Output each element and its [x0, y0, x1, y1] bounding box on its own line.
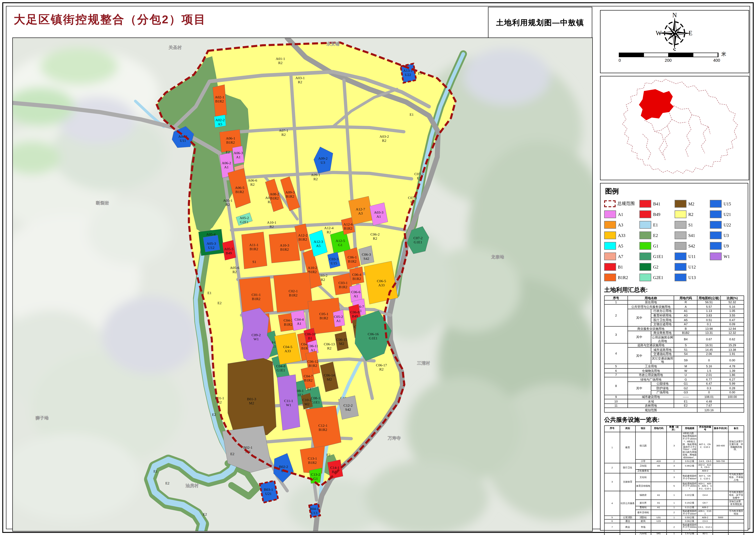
- table-cell: 2: [666, 523, 682, 532]
- legend-swatch: [639, 252, 651, 260]
- table-row: 7市政公用设施用地U2.011.86: [604, 373, 744, 377]
- legend-item-U21: U21: [710, 209, 744, 219]
- compass-s: S: [673, 47, 676, 51]
- table-cell: 1: [666, 500, 682, 506]
- parcel-B04-1[interactable]: B04-1U13: [309, 504, 320, 517]
- table-cell: 0.15公顷: [682, 500, 697, 506]
- legend-label: 总规范围: [617, 201, 635, 207]
- table-cell: A06-2: [697, 506, 713, 510]
- parcel-A13-1[interactable]: A13-1U22: [401, 64, 416, 83]
- facilities-header: 备注: [728, 426, 744, 432]
- legend-label: G1E1: [653, 254, 663, 259]
- table-cell: 1: [666, 516, 682, 520]
- legend-label: G2: [653, 265, 658, 269]
- legend-swatch: [675, 252, 686, 260]
- parcel-A10-3[interactable]: A10-3B1R2: [269, 232, 300, 263]
- map-sheet-title-box: 土地利用规划图—中敖镇: [488, 7, 592, 39]
- table-cell: 交通场站用地: [651, 352, 674, 356]
- table-cell: 小学: [635, 460, 651, 463]
- legend-swatch: [675, 211, 686, 218]
- svg-text:C05-1B1R2: C05-1B1R2: [319, 312, 328, 320]
- table-cell: 邮局: [635, 520, 651, 523]
- table-cell: 2.06: [697, 352, 720, 356]
- legend-swatch: [639, 200, 651, 208]
- legend-label: U15: [723, 202, 731, 206]
- table-cell: 宜独立设置，有专用院落: [728, 500, 744, 506]
- legend-item-A1: A1: [604, 209, 638, 219]
- place-name-狮子坳: 狮子坳: [35, 416, 48, 420]
- legend-label: B41: [653, 202, 660, 206]
- table-cell: 工业用地: [628, 364, 674, 369]
- table-cell: [721, 399, 744, 404]
- table-cell: [651, 469, 666, 473]
- place-name-断裂岩: 断裂岩: [96, 201, 109, 205]
- parcel-C14-1[interactable]: C14-1B41: [327, 460, 343, 479]
- legend-label: E2: [653, 233, 658, 238]
- table-cell: 4: [604, 343, 628, 364]
- svg-text:C07-2G1E1: C07-2G1E1: [413, 236, 423, 244]
- table-cell: 1: [666, 491, 682, 500]
- table-cell: 畜牧站: [635, 506, 651, 510]
- table-cell: 城市建设用地: [628, 395, 674, 399]
- table-cell: 108.01: [697, 395, 720, 399]
- table-cell: 0.22公顷: [682, 491, 697, 500]
- legend-item-B41: B41: [639, 199, 674, 209]
- table-cell: 公用设施营业网点用地: [651, 335, 674, 343]
- table-cell: 16.51: [697, 343, 720, 348]
- parcel-C06-4[interactable]: C06-4B1R2: [350, 267, 364, 285]
- parcel-C05-2[interactable]: C05-2A1: [333, 310, 345, 327]
- legend-label: U12: [688, 265, 696, 269]
- place-name-万寿寺: 万寿寺: [387, 436, 401, 440]
- table-cell: 城市道路用地: [651, 348, 674, 352]
- legend-item-U15: U15: [710, 199, 744, 209]
- table-cell: 8: [604, 377, 628, 395]
- parcel-A02-2[interactable]: A02-2A5: [214, 115, 226, 127]
- parcel-B01-3[interactable]: B01-3M2: [228, 358, 276, 437]
- table-cell: ——: [674, 395, 697, 399]
- table-cell: U: [674, 373, 697, 377]
- table-cell: 6: [604, 369, 628, 373]
- svg-text:A11-1B1R2: A11-1B1R2: [249, 243, 258, 251]
- table-cell: 4.78: [721, 364, 744, 369]
- parcel-C13-2[interactable]: C13-2G1: [309, 468, 322, 484]
- table-cell: A1: [651, 506, 666, 510]
- table-cell: 1: [604, 300, 628, 305]
- legend-label: A7: [618, 254, 623, 259]
- table-cell: 每处建筑面积不小于800m²: [682, 473, 697, 482]
- table-cell: 仓储物流用地: [628, 369, 674, 373]
- svg-text:A02-1B1R2: A02-1B1R2: [215, 95, 224, 103]
- parcel-C12-2[interactable]: C12-2S42: [338, 396, 358, 419]
- legend-swatch: [675, 242, 686, 250]
- scale-0: 0: [619, 58, 621, 63]
- table-row: 4道路与交通设施用地S16.5115.29: [604, 343, 744, 348]
- table-cell: 3: [666, 432, 682, 460]
- parcel-C04-4[interactable]: C04-4A1: [291, 310, 306, 331]
- svg-text:C02-1B1R2: C02-1B1R2: [289, 289, 298, 297]
- table-cell: [713, 500, 728, 506]
- legend-and-tables-panel: 图例 总规范围A1A3A33A5A7B1B1R2B41B49E1E2G1G1E1…: [600, 183, 748, 531]
- table-cell: 0.21公顷: [682, 506, 697, 510]
- landuse-header: 序号: [604, 296, 628, 300]
- parcel-A06-3[interactable]: A06-3A1: [232, 146, 244, 164]
- facilities-header: 数量（处所）: [666, 426, 682, 432]
- table-cell: 道路交通: [620, 532, 635, 535]
- parcel-C02-1[interactable]: C02-1B1R2: [273, 272, 313, 312]
- table-cell: 3.55: [721, 313, 744, 318]
- legend-swatch: [710, 200, 722, 208]
- svg-text:A06-5B1R2: A06-5B1R2: [235, 186, 244, 194]
- main-map[interactable]: A01-1R2A03-1R2A07-1R2A03-2R2A09-1R2A06-6…: [12, 38, 593, 531]
- table-cell: G3: [674, 390, 697, 395]
- table-row: 5工业用地M5.164.78: [604, 364, 744, 369]
- legend-label: A3: [618, 223, 623, 227]
- land-label-E1: E1: [208, 291, 211, 295]
- facilities-header: 类别: [620, 426, 635, 432]
- parcel-A05-3[interactable]: A05-3U12: [203, 235, 220, 252]
- table-cell: 120.16: [697, 408, 720, 412]
- table-cell: 0.09: [721, 322, 744, 326]
- parcel-A12-7[interactable]: A12-7A3: [349, 196, 373, 225]
- table-cell: 14.45: [697, 348, 720, 352]
- table-cell: C3-1、C12-1: [697, 523, 713, 532]
- legend-item-S1: S1: [675, 219, 709, 230]
- table-cell: G: [674, 377, 697, 381]
- legend-label: W1: [723, 254, 730, 259]
